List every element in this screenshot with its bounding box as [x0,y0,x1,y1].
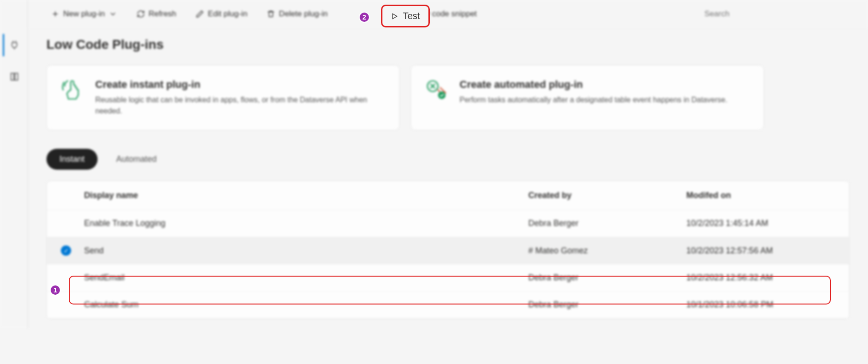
delete-plugin-button[interactable]: Delete plug-in [262,6,332,22]
cards-row: Create instant plug-in Reusable logic th… [46,65,849,130]
table-row[interactable]: Calculate Sum Debra Berger 10/1/2023 10:… [47,291,849,318]
callout-badge-1: 1 [50,285,61,296]
search-input[interactable] [701,6,849,22]
row-created: # Mateo Gomez [528,246,686,256]
tab-automated[interactable]: Automated [103,149,170,170]
tab-pills: Instant Automated [46,149,849,170]
row-modified: 10/1/2023 10:06:58 PM [686,300,835,310]
chevron-down-icon [109,10,117,18]
delete-label: Delete plug-in [279,9,328,19]
table-row[interactable]: Enable Trace Logging Debra Berger 10/2/2… [47,210,849,237]
toolbar: New plug-in Refresh Edit plug-in Delete … [28,0,868,28]
svg-point-7 [438,92,446,99]
new-plugin-button[interactable]: New plug-in [46,6,122,22]
rail-tab-plugins[interactable] [3,34,25,56]
main-area: New plug-in Refresh Edit plug-in Delete … [28,0,868,328]
col-header-created[interactable]: Created by [528,191,686,200]
card-automated-plugin[interactable]: Create automated plug-in Perform tasks a… [411,65,764,130]
content: Low Code Plug-ins Create instant plug-in… [28,28,868,328]
row-created: Debra Berger [528,273,686,283]
page-title: Low Code Plug-ins [46,37,849,52]
test-button[interactable]: Test [381,5,430,27]
plug-icon [425,79,449,103]
table-header: Display name Created by Modifed on [47,181,849,210]
card-instant-desc: Reusable logic that can be invoked in ap… [95,94,385,117]
refresh-button[interactable]: Refresh [132,6,181,22]
row-name: Enable Trace Logging [84,218,528,228]
check-icon: ✓ [61,245,71,256]
row-name: Send [84,246,528,256]
svg-marker-8 [393,13,397,19]
card-instant-plugin[interactable]: Create instant plug-in Reusable logic th… [46,65,400,130]
table-row-selected[interactable]: ✓ Send # Mateo Gomez 10/2/2023 12:57:56 … [47,237,849,265]
edit-plugin-button[interactable]: Edit plug-in [191,6,252,22]
callout-badge-2: 2 [359,12,370,23]
tab-instant[interactable]: Instant [46,149,98,170]
card-automated-desc: Perform tasks automatically after a desi… [460,94,750,106]
play-icon [391,13,398,20]
left-rail [0,0,28,328]
row-created: Debra Berger [528,218,686,228]
test-label: Test [403,11,420,21]
refresh-label: Refresh [149,9,177,19]
rail-tab-book[interactable] [3,66,25,88]
row-modified: 10/2/2023 12:57:56 AM [686,246,835,256]
tap-icon [61,79,85,103]
row-created: Debra Berger [528,300,686,310]
row-modified: 10/2/2023 12:56:32 AM [686,273,835,283]
row-modified: 10/2/2023 1:45:14 AM [686,218,835,228]
edit-label: Edit plug-in [208,9,247,19]
hamburger-menu-icon[interactable] [10,7,18,25]
row-name: Calculate Sum [84,300,528,310]
plugin-table: Display name Created by Modifed on Enabl… [46,181,849,319]
row-name: SendEmail [84,273,528,283]
card-automated-title: Create automated plug-in [460,79,750,91]
col-header-name[interactable]: Display name [84,191,528,200]
table-row[interactable]: SendEmail Debra Berger 10/2/2023 12:56:3… [47,265,849,291]
col-header-modified[interactable]: Modifed on [686,191,835,200]
card-instant-title: Create instant plug-in [95,79,385,91]
row-check[interactable]: ✓ [61,245,84,256]
new-plugin-label: New plug-in [63,9,105,19]
